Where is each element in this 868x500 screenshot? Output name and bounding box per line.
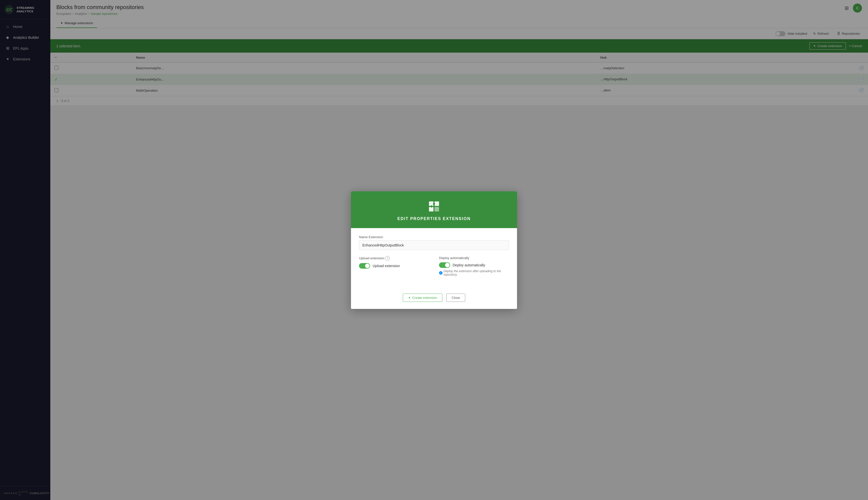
info-dot-icon: i xyxy=(439,271,443,275)
deploy-auto-toggle-label: Deploy automatically xyxy=(453,263,485,267)
create-btn-icon: ✦ xyxy=(408,296,411,299)
modal-overlay[interactable]: EDIT PROPERTIES EXTENSION Name Extension… xyxy=(0,0,868,500)
modal-header: EDIT PROPERTIES EXTENSION xyxy=(351,191,517,228)
svg-rect-3 xyxy=(429,202,434,206)
deploy-toggle-group: Deploy automatically xyxy=(439,262,509,268)
svg-rect-5 xyxy=(434,202,439,206)
deploy-auto-col: Deploy automatically Deploy automaticall… xyxy=(439,256,509,276)
modal-body: Name Extension Upload extension ? Upload… xyxy=(351,228,517,289)
upload-toggle-group: Upload extension xyxy=(359,263,429,269)
modal-block-icon xyxy=(427,200,441,214)
svg-rect-4 xyxy=(429,207,434,212)
svg-rect-6 xyxy=(434,207,439,212)
modal-footer: ✦ Create extension Close xyxy=(351,289,517,309)
deploy-info-text: i Deploy the extension after uploading t… xyxy=(439,269,509,276)
name-extension-input[interactable] xyxy=(359,240,509,250)
modal-close-label: Close xyxy=(451,296,460,299)
modal: EDIT PROPERTIES EXTENSION Name Extension… xyxy=(351,191,517,309)
upload-extension-col: Upload extension ? Upload extension xyxy=(359,256,429,276)
deploy-automatically-toggle[interactable] xyxy=(439,262,450,268)
name-extension-group: Name Extension xyxy=(359,235,509,250)
deploy-auto-label: Deploy automatically xyxy=(439,256,509,260)
upload-extension-toggle[interactable] xyxy=(359,263,370,269)
svg-rect-8 xyxy=(431,205,433,207)
upload-extension-label: Upload extension xyxy=(359,256,384,260)
deploy-info-message: Deploy the extension after uploading to … xyxy=(444,269,509,276)
modal-create-extension-button[interactable]: ✦ Create extension xyxy=(403,294,442,302)
upload-extension-toggle-label: Upload extension xyxy=(373,264,400,268)
help-icon[interactable]: ? xyxy=(385,256,390,261)
modal-create-label: Create extension xyxy=(412,296,437,299)
svg-rect-7 xyxy=(433,203,435,205)
name-extension-label: Name Extension xyxy=(359,235,509,239)
modal-close-button[interactable]: Close xyxy=(446,294,465,302)
form-options-row: Upload extension ? Upload extension Depl… xyxy=(359,256,509,276)
modal-title: EDIT PROPERTIES EXTENSION xyxy=(398,216,471,221)
